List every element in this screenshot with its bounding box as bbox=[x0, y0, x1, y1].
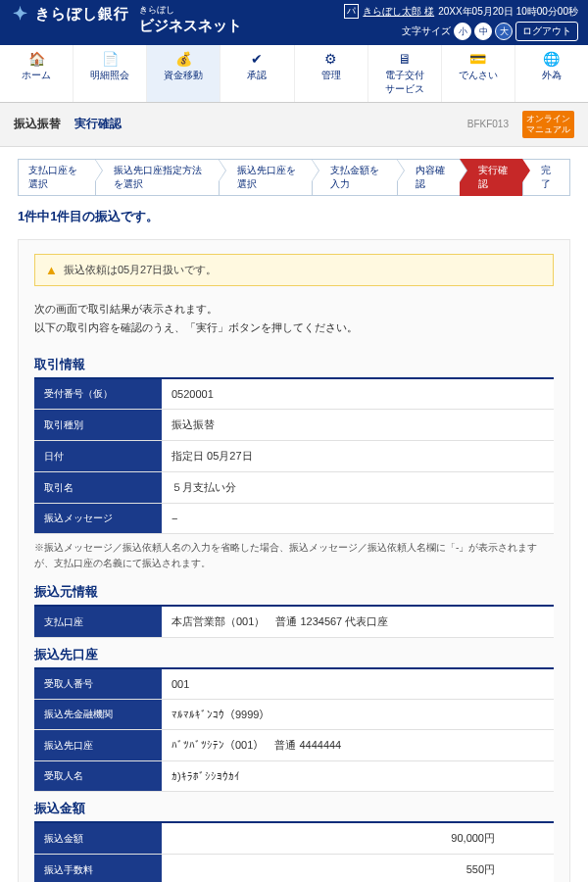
section-title-to: 振込先口座 bbox=[34, 646, 554, 669]
row-val: 振込振替 bbox=[162, 410, 554, 441]
row-key: 振込先金融機関 bbox=[34, 700, 162, 730]
user-line: パ きらぼし太郎 様 20XX年05月20日 10時00分00秒 bbox=[344, 4, 578, 19]
row-val: 指定日 05月27日 bbox=[162, 441, 554, 472]
row-val: 550円 bbox=[162, 855, 554, 882]
login-datetime: 20XX年05月20日 10時00分00秒 bbox=[438, 5, 578, 19]
nav-icon: 🌐 bbox=[517, 51, 586, 67]
nav-label: でんさい bbox=[459, 70, 498, 80]
row-key: 取引名 bbox=[34, 472, 162, 504]
warning-icon: ▲ bbox=[45, 263, 58, 277]
row-val: 001 bbox=[162, 669, 554, 700]
amount-info-table: 振込金額90,000円振込手数料550円引落合計金額90,550円 bbox=[34, 823, 554, 882]
bank-logo: ✦ きらぼし銀行 bbox=[10, 4, 129, 29]
date-alert: ▲ 振込依頼は05月27日扱いです。 bbox=[34, 254, 554, 286]
section-title-from: 振込元情報 bbox=[34, 583, 554, 607]
brand-small: きらぼし bbox=[139, 4, 242, 17]
nav-item-4[interactable]: ⚙管理 bbox=[295, 45, 368, 102]
to-info-table: 受取人番号001振込先金融機関ﾏﾙﾏﾙｷﾞﾝｺｳ（9999）振込先口座ﾊﾞﾂﾊﾞ… bbox=[34, 669, 554, 792]
row-key: 振込メッセージ bbox=[34, 504, 162, 534]
transfer-count-title: 1件中1件目の振込です。 bbox=[18, 208, 570, 225]
progress-stepper: 支払口座を選択振込先口座指定方法を選択振込先口座を選択支払金額を入力内容確認実行… bbox=[18, 159, 570, 196]
row-val: ﾊﾞﾂﾊﾞﾂｼﾃﾝ（001） 普通 4444444 bbox=[162, 730, 554, 761]
trade-info-table: 受付番号（仮）0520001取引種別振込振替日付指定日 05月27日取引名５月支… bbox=[34, 379, 554, 534]
row-key: 振込先口座 bbox=[34, 730, 162, 761]
desc-line2: 以下の取引内容を確認のうえ、「実行」ボタンを押してください。 bbox=[34, 318, 554, 338]
logout-button[interactable]: ログアウト bbox=[515, 22, 578, 41]
page-category: 振込振替 bbox=[14, 116, 61, 132]
fontsize-label: 文字サイズ bbox=[402, 24, 451, 38]
step-4: 内容確認 bbox=[397, 159, 460, 196]
row-val: ﾏﾙﾏﾙｷﾞﾝｺｳ（9999） bbox=[162, 700, 554, 730]
nav-icon: ✔ bbox=[222, 51, 291, 67]
row-val: 0520001 bbox=[162, 379, 554, 410]
step-1: 振込先口座指定方法を選択 bbox=[95, 159, 219, 196]
header-right: パ きらぼし太郎 様 20XX年05月20日 10時00分00秒 文字サイズ 小… bbox=[344, 4, 578, 45]
nav-icon: 🖥 bbox=[370, 51, 439, 67]
step-0: 支払口座を選択 bbox=[18, 159, 95, 196]
nav-icon: ⚙ bbox=[297, 51, 366, 67]
row-key: 支払口座 bbox=[34, 607, 162, 638]
user-name-link[interactable]: きらぼし太郎 様 bbox=[363, 5, 434, 19]
bank-name: きらぼし銀行 bbox=[35, 5, 129, 24]
trade-note: ※振込メッセージ／振込依頼人名の入力を省略した場合、振込メッセージ／振込依頼人名… bbox=[34, 540, 554, 571]
nav-item-7[interactable]: 🌐外為 bbox=[515, 45, 588, 102]
online-manual-button[interactable]: オンラインマニュアル bbox=[522, 111, 574, 138]
step-3: 支払金額を入力 bbox=[312, 159, 397, 196]
nav-icon: 📄 bbox=[75, 51, 144, 67]
section-title-amount: 振込金額 bbox=[34, 800, 554, 823]
nav-label: 資金移動 bbox=[164, 70, 203, 80]
row-key: 受付番号（仮） bbox=[34, 379, 162, 410]
nav-label: 承認 bbox=[247, 70, 267, 80]
app-header: ✦ きらぼし銀行 きらぼし ビジネスネット パ きらぼし太郎 様 20XX年05… bbox=[0, 0, 588, 45]
page-title-bar: 振込振替 実行確認 BFKF013 オンラインマニュアル bbox=[0, 103, 588, 147]
nav-item-6[interactable]: 💳でんさい bbox=[442, 45, 515, 102]
step-2: 振込先口座を選択 bbox=[219, 159, 312, 196]
nav-label: 外為 bbox=[542, 70, 562, 80]
nav-item-5[interactable]: 🖥電子交付サービス bbox=[368, 45, 442, 102]
row-key: 振込金額 bbox=[34, 823, 162, 855]
desc-line1: 次の画面で取引結果が表示されます。 bbox=[34, 300, 554, 319]
row-val: ｶ)ｷﾗﾎﾞｼｼﾖｳｶｲ bbox=[162, 761, 554, 792]
page-subtitle: 実行確認 bbox=[74, 116, 122, 132]
instruction-text: 次の画面で取引結果が表示されます。 以下の取引内容を確認のうえ、「実行」ボタンを… bbox=[34, 300, 554, 339]
row-val: 90,000円 bbox=[162, 823, 554, 855]
tp-badge: パ bbox=[344, 4, 359, 19]
page-code: BFKF013 bbox=[467, 119, 509, 129]
row-key: 日付 bbox=[34, 441, 162, 472]
row-key: 取引種別 bbox=[34, 410, 162, 441]
main-nav: 🏠ホーム📄明細照会💰資金移動✔承認⚙管理🖥電子交付サービス💳でんさい🌐外為 bbox=[0, 45, 588, 103]
brand-sub: きらぼし ビジネスネット bbox=[139, 4, 242, 41]
nav-item-0[interactable]: 🏠ホーム bbox=[0, 45, 74, 102]
row-key: 受取人名 bbox=[34, 761, 162, 792]
nav-label: 管理 bbox=[321, 70, 341, 80]
fontsize-small-button[interactable]: 小 bbox=[454, 23, 471, 40]
nav-item-2[interactable]: 💰資金移動 bbox=[147, 45, 220, 102]
nav-icon: 🏠 bbox=[2, 51, 71, 67]
content-area: 支払口座を選択振込先口座指定方法を選択振込先口座を選択支払金額を入力内容確認実行… bbox=[0, 147, 588, 882]
nav-icon: 💰 bbox=[149, 51, 218, 67]
row-val: − bbox=[162, 504, 554, 534]
form-box: ▲ 振込依頼は05月27日扱いです。 次の画面で取引結果が表示されます。 以下の… bbox=[18, 239, 570, 882]
nav-label: 明細照会 bbox=[90, 70, 129, 80]
alert-text: 振込依頼は05月27日扱いです。 bbox=[64, 263, 217, 277]
nav-item-3[interactable]: ✔承認 bbox=[220, 45, 294, 102]
brand-big: ビジネスネット bbox=[139, 17, 242, 35]
row-key: 受取人番号 bbox=[34, 669, 162, 700]
row-val: 本店営業部（001） 普通 1234567 代表口座 bbox=[162, 607, 554, 638]
section-title-trade: 取引情報 bbox=[34, 356, 554, 379]
fontsize-controls: 文字サイズ 小 中 大 ログアウト bbox=[402, 22, 578, 41]
row-val: ５月支払い分 bbox=[162, 472, 554, 504]
nav-item-1[interactable]: 📄明細照会 bbox=[74, 45, 147, 102]
nav-label: ホーム bbox=[22, 70, 51, 80]
step-5: 実行確認 bbox=[460, 159, 522, 196]
fontsize-large-button[interactable]: 大 bbox=[495, 23, 513, 40]
nav-label: 電子交付サービス bbox=[385, 70, 424, 94]
from-info-table: 支払口座本店営業部（001） 普通 1234567 代表口座 bbox=[34, 607, 554, 638]
nav-icon: 💳 bbox=[444, 51, 513, 67]
fontsize-mid-button[interactable]: 中 bbox=[474, 23, 492, 40]
logo-mark-icon: ✦ bbox=[10, 4, 29, 24]
row-key: 振込手数料 bbox=[34, 855, 162, 882]
